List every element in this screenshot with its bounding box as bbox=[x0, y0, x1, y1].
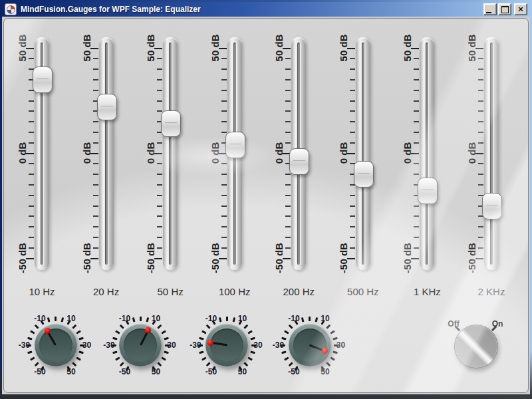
knob-needle-tip bbox=[45, 328, 51, 334]
scale-tick bbox=[414, 215, 419, 217]
scale-tick bbox=[478, 110, 483, 112]
app-gauge-icon bbox=[5, 3, 17, 15]
knob-scale-label: 30 bbox=[82, 340, 91, 350]
slider-thumb[interactable] bbox=[161, 110, 181, 137]
slider-thumb[interactable] bbox=[225, 132, 245, 158]
scale-tick bbox=[350, 68, 355, 70]
scale-tick bbox=[29, 184, 34, 186]
knob-3: -50-30-10103050 bbox=[187, 305, 267, 385]
knob-scale-tick bbox=[164, 350, 169, 354]
knob-scale-label: -50 bbox=[288, 367, 299, 376]
scale-tick bbox=[157, 237, 162, 238]
power-knob[interactable] bbox=[454, 325, 498, 368]
knob-scale-tick bbox=[47, 317, 51, 323]
slider-thumb[interactable] bbox=[482, 193, 502, 219]
knob-scale-tick bbox=[226, 317, 228, 321]
scale-tick bbox=[29, 163, 34, 164]
scale-tick bbox=[93, 68, 98, 70]
eq-band-100-hz: 50 dB0 dB-50 dB100 Hz bbox=[203, 19, 267, 311]
slider-thumb[interactable] bbox=[97, 94, 117, 120]
scale-tick bbox=[221, 121, 227, 122]
maximize-icon bbox=[501, 6, 509, 13]
knob-scale-tick bbox=[289, 324, 293, 329]
knob-scale-label: -50 bbox=[34, 367, 45, 376]
power-switch: OffOn bbox=[432, 306, 519, 386]
scale-tick bbox=[414, 247, 419, 249]
scale-tick bbox=[157, 68, 162, 70]
scale-tick bbox=[157, 100, 162, 102]
window-controls: × bbox=[483, 3, 527, 15]
close-button[interactable]: × bbox=[514, 3, 527, 15]
scale-tick bbox=[221, 100, 227, 102]
knob-scale-label: 10 bbox=[321, 314, 329, 323]
slider-thumb[interactable] bbox=[354, 161, 374, 188]
knob-scale-label: 10 bbox=[152, 314, 160, 323]
scale-tick bbox=[29, 205, 34, 207]
scale-tick bbox=[478, 174, 483, 175]
eq-band-500-hz: 50 dB0 dB-50 dB500 Hz bbox=[331, 19, 395, 311]
knob-scale-tick bbox=[119, 324, 124, 329]
knob-scale-label: 10 bbox=[66, 314, 75, 323]
scale-tick bbox=[29, 100, 34, 102]
slider-thumb[interactable] bbox=[289, 148, 309, 175]
scale-tick bbox=[350, 142, 355, 144]
knob-scale-tick bbox=[132, 317, 135, 323]
eq-band-2-khz: 50 dB0 dB-50 dB2 KHz bbox=[460, 19, 523, 311]
slider-thumb[interactable] bbox=[418, 178, 438, 204]
scale-tick bbox=[29, 195, 34, 196]
maximize-button[interactable] bbox=[498, 3, 511, 15]
scale-tick bbox=[350, 215, 355, 217]
scale-tick bbox=[93, 121, 98, 122]
scale-tick bbox=[29, 142, 34, 144]
knob-scale-tick bbox=[157, 362, 162, 366]
window-title: MindFusion.Gauges for WPF Sample: Equali… bbox=[21, 5, 483, 14]
scale-tick bbox=[414, 90, 419, 91]
scale-tick bbox=[478, 163, 483, 164]
slider-groove bbox=[362, 43, 364, 265]
scale-tick bbox=[414, 79, 419, 80]
scale-tick bbox=[347, 258, 355, 259]
knob-scale-tick bbox=[205, 324, 210, 329]
scale-tick bbox=[411, 258, 419, 259]
minimize-button[interactable] bbox=[483, 3, 497, 15]
scale-tick bbox=[154, 258, 162, 259]
scale-tick bbox=[157, 79, 162, 80]
knob-scale-label: -30 bbox=[103, 340, 114, 350]
scale-tick bbox=[157, 90, 162, 91]
scale-tick bbox=[221, 163, 227, 164]
knob-scale-tick bbox=[27, 336, 33, 340]
scale-tick bbox=[478, 90, 483, 91]
knob-scale-label: -50 bbox=[119, 367, 130, 376]
power-on-label: On bbox=[492, 319, 503, 329]
knob-scale-tick bbox=[332, 350, 338, 354]
scale-tick bbox=[93, 226, 98, 227]
scale-tick bbox=[285, 184, 291, 186]
knob-scale-tick bbox=[72, 324, 76, 329]
knob-scale-tick bbox=[61, 317, 64, 323]
knob-2: -50-30-10103050 bbox=[100, 305, 180, 385]
scale-tick bbox=[157, 142, 162, 144]
scale-tick bbox=[93, 195, 98, 196]
scale-tick bbox=[157, 215, 162, 217]
gauge-dial-icon bbox=[7, 5, 15, 14]
knob-scale-tick bbox=[199, 336, 204, 340]
scale-tick bbox=[93, 79, 98, 80]
knob-body[interactable] bbox=[35, 324, 77, 366]
scale-tick bbox=[414, 121, 419, 122]
knob-scale-label: -30 bbox=[19, 340, 30, 350]
scale-tick bbox=[285, 100, 291, 102]
scale-tick bbox=[285, 110, 291, 112]
scale-tick bbox=[157, 195, 162, 196]
knob-scale-tick bbox=[164, 336, 169, 340]
knob-scale-label: -10 bbox=[205, 314, 217, 323]
knob-scale-tick bbox=[232, 317, 235, 323]
slider-thumb[interactable] bbox=[33, 66, 53, 93]
knob-scale-tick bbox=[326, 362, 331, 366]
scale-tick bbox=[414, 68, 419, 70]
knob-scale-label: 50 bbox=[238, 367, 247, 376]
scale-tick bbox=[29, 237, 34, 238]
scale-tick bbox=[221, 205, 227, 207]
scale-tick bbox=[283, 258, 291, 259]
knob-scale-label: -50 bbox=[205, 367, 217, 376]
band-frequency-label: 20 Hz bbox=[74, 286, 138, 297]
